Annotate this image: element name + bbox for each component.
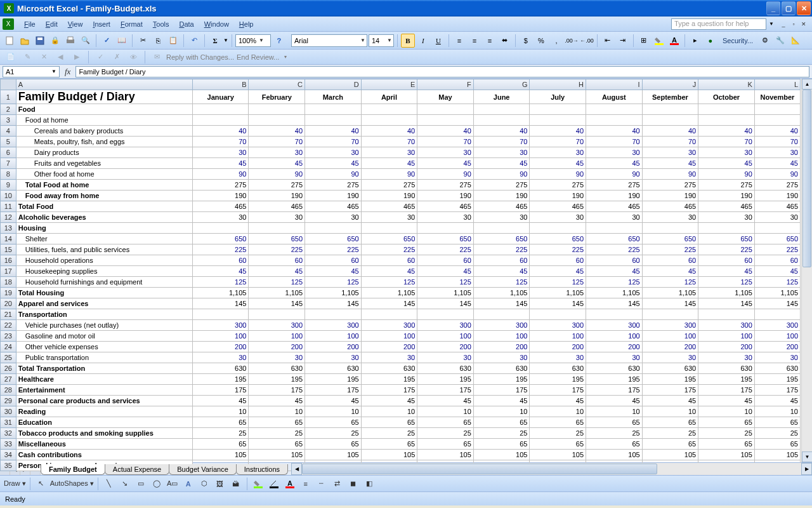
cell-label[interactable]: Vehicle purchases (net outlay) xyxy=(16,320,192,331)
cell[interactable]: 65 xyxy=(473,439,530,450)
draw-menu[interactable]: Draw ▾ xyxy=(4,479,26,488)
cell[interactable]: 60 xyxy=(754,255,800,266)
cell[interactable]: 30 xyxy=(586,352,643,363)
cell[interactable]: 200 xyxy=(754,342,800,352)
cell[interactable]: 30 xyxy=(361,212,417,223)
cell-label[interactable]: Total Housing xyxy=(16,288,192,298)
cell[interactable]: 145 xyxy=(192,298,249,309)
cell[interactable]: 465 xyxy=(642,201,698,212)
cell[interactable] xyxy=(249,223,305,234)
cell[interactable]: 175 xyxy=(698,385,755,396)
cell[interactable]: 145 xyxy=(642,298,698,309)
cell[interactable] xyxy=(473,115,530,126)
print-icon[interactable] xyxy=(63,34,77,48)
cell[interactable]: 70 xyxy=(249,137,305,147)
row-header[interactable]: 23 xyxy=(1,331,16,342)
diagram-icon[interactable]: ⬡ xyxy=(197,477,211,491)
review-reject-icon[interactable]: ✗ xyxy=(110,50,124,64)
currency-icon[interactable]: $ xyxy=(519,34,533,48)
column-header-E[interactable]: E xyxy=(361,79,417,90)
cell[interactable]: 630 xyxy=(249,363,305,374)
help-dropdown-icon[interactable]: ▼ xyxy=(769,21,774,27)
row-header[interactable]: 34 xyxy=(1,450,16,460)
cell[interactable]: 65 xyxy=(754,417,800,428)
cell[interactable]: 630 xyxy=(361,363,417,374)
cell[interactable]: 100 xyxy=(249,331,305,342)
cell[interactable]: 175 xyxy=(473,385,530,396)
cell[interactable]: 300 xyxy=(698,320,755,331)
cell[interactable]: 65 xyxy=(530,417,586,428)
cell[interactable]: 65 xyxy=(305,417,362,428)
cell-label[interactable]: Meats, poultry, fish, and eggs xyxy=(16,137,192,147)
cell[interactable]: 105 xyxy=(192,450,249,460)
cell[interactable]: 30 xyxy=(417,212,474,223)
toolbar-options-icon[interactable]: ▸ xyxy=(688,34,702,48)
cell[interactable]: 275 xyxy=(361,180,417,190)
cell-label[interactable]: Public transportation xyxy=(16,352,192,363)
cell[interactable]: 30 xyxy=(642,147,698,158)
cell[interactable]: 10 xyxy=(642,406,698,417)
cell[interactable]: 195 xyxy=(473,374,530,385)
cell[interactable] xyxy=(530,115,586,126)
cell[interactable]: 105 xyxy=(473,450,530,460)
cell[interactable]: 10 xyxy=(530,406,586,417)
cell[interactable] xyxy=(698,223,755,234)
cell[interactable]: 45 xyxy=(417,158,474,169)
cell[interactable]: 195 xyxy=(361,374,417,385)
cell[interactable]: 465 xyxy=(586,201,643,212)
cell[interactable] xyxy=(754,309,800,320)
row-header[interactable]: 5 xyxy=(1,137,16,147)
month-header[interactable]: January xyxy=(192,90,249,104)
font-color-draw-icon[interactable]: A xyxy=(283,477,297,491)
row-header[interactable]: 14 xyxy=(1,234,16,244)
cell-label[interactable]: Cash contributions xyxy=(16,450,192,460)
row-header[interactable]: 28 xyxy=(1,385,16,396)
cell[interactable]: 30 xyxy=(754,147,800,158)
cell[interactable]: 65 xyxy=(754,439,800,450)
cell[interactable]: 225 xyxy=(586,244,643,255)
cell-label[interactable]: Other vehicle expenses xyxy=(16,342,192,352)
cell[interactable] xyxy=(249,104,305,115)
design-mode-icon[interactable]: 📐 xyxy=(789,34,802,48)
cell[interactable]: 45 xyxy=(417,396,474,406)
close-button[interactable]: ✕ xyxy=(797,1,811,15)
cell-label[interactable]: Food xyxy=(16,104,192,115)
scroll-left-icon[interactable]: ◀ xyxy=(291,463,302,475)
vertical-scrollbar[interactable]: ▲ ▼ xyxy=(801,79,812,462)
cell[interactable] xyxy=(192,309,249,320)
cell[interactable]: 25 xyxy=(530,428,586,439)
cell-label[interactable]: Total Transportation xyxy=(16,363,192,374)
cell[interactable] xyxy=(698,115,755,126)
cell[interactable]: 40 xyxy=(698,126,755,137)
cell[interactable]: 100 xyxy=(530,331,586,342)
cell-label[interactable]: Personal care products and services xyxy=(16,396,192,406)
cell[interactable]: 630 xyxy=(754,363,800,374)
cell[interactable] xyxy=(754,115,800,126)
cell[interactable] xyxy=(192,104,249,115)
cell[interactable] xyxy=(754,223,800,234)
cell-label[interactable]: Household furnishings and equipment xyxy=(16,277,192,288)
cell[interactable]: 30 xyxy=(417,352,474,363)
cell[interactable]: 125 xyxy=(417,277,474,288)
select-objects-icon[interactable]: ↖ xyxy=(34,477,48,491)
cell[interactable] xyxy=(305,223,362,234)
dash-style-icon[interactable]: ┄ xyxy=(315,477,329,491)
cell[interactable]: 650 xyxy=(305,234,362,244)
cell[interactable] xyxy=(249,115,305,126)
row-header[interactable]: 4 xyxy=(1,126,16,137)
cell[interactable]: 70 xyxy=(305,137,362,147)
cell-label[interactable]: Apparel and services xyxy=(16,298,192,309)
cell[interactable]: 650 xyxy=(473,234,530,244)
line-style-icon[interactable]: ≡ xyxy=(299,477,313,491)
bold-button[interactable]: B xyxy=(401,34,415,48)
cell[interactable]: 200 xyxy=(642,342,698,352)
font-combo[interactable]: Arial▼ xyxy=(291,34,367,47)
cell[interactable]: 60 xyxy=(417,255,474,266)
cell[interactable] xyxy=(586,309,643,320)
cell[interactable]: 30 xyxy=(698,212,755,223)
cell[interactable]: 145 xyxy=(754,298,800,309)
cell[interactable] xyxy=(361,223,417,234)
cell[interactable]: 465 xyxy=(530,201,586,212)
sheet-tab-budget-variance[interactable]: Budget Variance xyxy=(169,464,237,475)
cell[interactable]: 65 xyxy=(361,439,417,450)
